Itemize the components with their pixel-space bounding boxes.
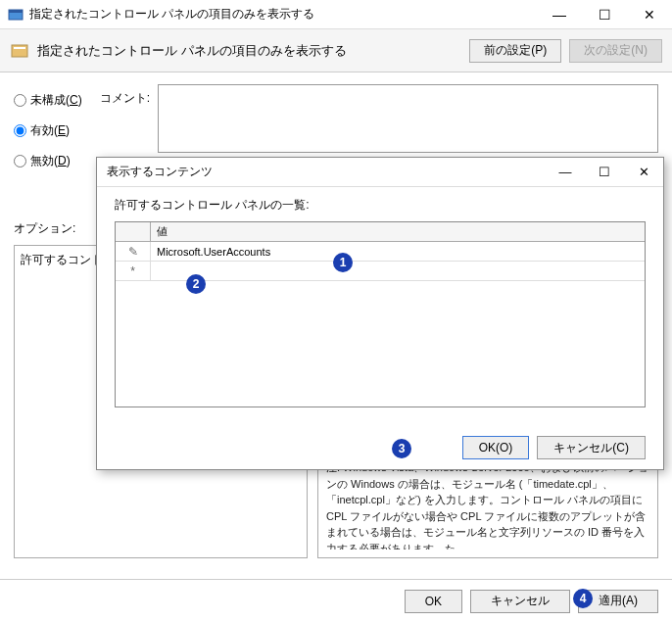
- apply-button-label: 適用(A): [599, 593, 638, 609]
- policy-header: 指定されたコントロール パネルの項目のみを表示する 前の設定(P) 次の設定(N…: [0, 29, 672, 72]
- dialog-ok-button[interactable]: OK(O): [462, 436, 530, 459]
- comment-textarea[interactable]: [158, 84, 658, 153]
- help-text-bottom: 注: Windows Vista、Windows Server 2008、および…: [326, 459, 649, 550]
- annotation-marker-3: 3: [392, 439, 411, 458]
- grid-column-value: 値: [151, 222, 645, 241]
- row-value-cell[interactable]: [151, 262, 645, 280]
- annotation-marker-4: 4: [573, 589, 593, 608]
- radio-enabled-input[interactable]: [14, 124, 26, 137]
- radio-disabled[interactable]: 無効(D): [14, 153, 82, 169]
- prev-setting-button[interactable]: 前の設定(P): [469, 39, 561, 63]
- table-row[interactable]: ✎ Microsoft.UserAccounts: [116, 242, 645, 262]
- window-title: 指定されたコントロール パネルの項目のみを表示する: [29, 6, 537, 23]
- new-row-marker-icon: *: [116, 262, 151, 280]
- radio-enabled[interactable]: 有効(E): [14, 122, 82, 139]
- ok-button[interactable]: OK: [405, 590, 462, 613]
- radio-not-configured[interactable]: 未構成(C): [14, 92, 82, 109]
- window-titlebar: 指定されたコントロール パネルの項目のみを表示する — ☐ ✕: [0, 0, 672, 29]
- policy-icon: [10, 41, 29, 61]
- state-radio-group: 未構成(C) 有効(E) 無効(D): [14, 84, 82, 169]
- dialog-grid[interactable]: 値 ✎ Microsoft.UserAccounts *: [115, 221, 646, 407]
- dialog-maximize-button[interactable]: ☐: [585, 158, 624, 187]
- dialog-titlebar: 表示するコンテンツ — ☐ ✕: [97, 158, 663, 187]
- svg-rect-1: [9, 10, 23, 13]
- annotation-marker-1: 1: [333, 253, 353, 272]
- radio-disabled-label: 無効(D): [30, 153, 71, 169]
- show-contents-dialog: 表示するコンテンツ — ☐ ✕ 許可するコントロール パネルの一覧: 値 ✎ M…: [96, 157, 664, 470]
- row-marker-icon: ✎: [116, 242, 151, 261]
- radio-enabled-label: 有効(E): [30, 122, 70, 139]
- radio-not-configured-label: 未構成(C): [30, 92, 82, 109]
- app-icon: [8, 7, 24, 23]
- svg-rect-3: [14, 47, 25, 49]
- maximize-button[interactable]: ☐: [582, 0, 627, 29]
- close-button[interactable]: ✕: [627, 0, 672, 29]
- radio-disabled-input[interactable]: [14, 155, 26, 167]
- dialog-button-bar: OK キャンセル 適用(A): [0, 579, 672, 622]
- annotation-marker-2: 2: [186, 274, 206, 294]
- dialog-list-label: 許可するコントロール パネルの一覧:: [115, 197, 646, 214]
- cancel-button[interactable]: キャンセル: [470, 590, 570, 613]
- policy-title: 指定されたコントロール パネルの項目のみを表示する: [37, 42, 461, 60]
- next-setting-button: 次の設定(N): [569, 39, 662, 63]
- dialog-title: 表示するコンテンツ: [107, 164, 546, 180]
- row-value-cell[interactable]: Microsoft.UserAccounts: [151, 242, 645, 261]
- svg-rect-2: [12, 45, 27, 57]
- dialog-cancel-button[interactable]: キャンセル(C): [537, 436, 646, 459]
- radio-not-configured-input[interactable]: [14, 94, 26, 107]
- minimize-button[interactable]: —: [537, 0, 582, 29]
- dialog-close-button[interactable]: ✕: [624, 158, 663, 187]
- dialog-minimize-button[interactable]: —: [546, 158, 585, 187]
- grid-header: 値: [116, 222, 645, 242]
